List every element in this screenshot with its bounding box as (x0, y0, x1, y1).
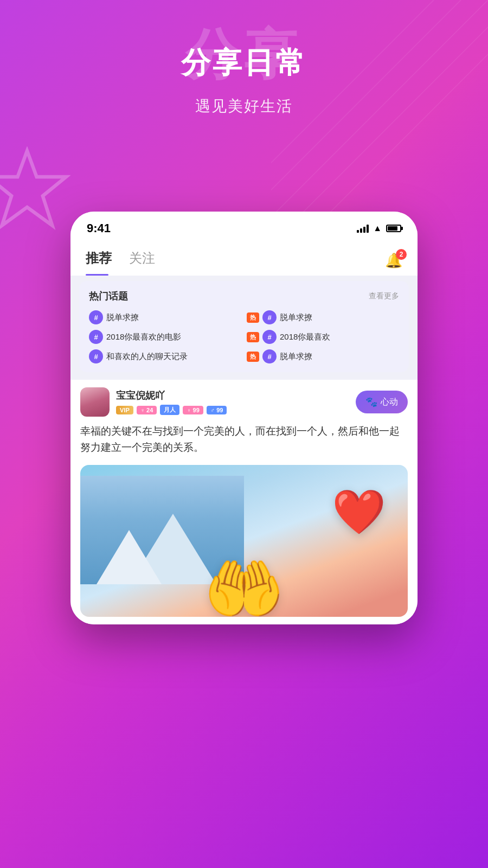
heart-btn-label: 心动 (381, 397, 398, 408)
hero-main-title: 分享日常 (0, 43, 488, 83)
topic-item[interactable]: # 脱单求撩 (89, 310, 241, 324)
hot-topics-section: 热门话题 查看更多 # 脱单求撩 热 # 脱单求撩 # 2018你最喜欢的电影 … (79, 281, 409, 372)
hot-topics-title: 热门话题 (89, 290, 128, 303)
hashtag-icon: # (262, 330, 277, 344)
status-time: 9:41 (87, 221, 111, 235)
topic-item[interactable]: 热 # 2018你最喜欢 (247, 330, 399, 344)
user-badges: VIP ♀ 24 月人 ♀ 99 ♂ 99 (116, 405, 356, 415)
post-header: 宝宝倪妮吖 VIP ♀ 24 月人 ♀ 99 ♂ 99 🐾 心动 (80, 387, 408, 417)
status-icons: ▲ (357, 224, 401, 233)
battery-icon (386, 225, 401, 232)
hot-badge: 热 (247, 332, 259, 342)
svg-marker-5 (0, 151, 66, 226)
female-badge: ♀ 24 (137, 406, 157, 414)
avatar (80, 387, 110, 417)
tab-following[interactable]: 关注 (129, 250, 155, 271)
tab-bar: 推荐 关注 🔔 2 (70, 241, 418, 276)
topic-item[interactable]: # 2018你最喜欢的电影 (89, 330, 241, 344)
hot-badge: 热 (247, 352, 259, 362)
mountain-peak-small (97, 530, 162, 584)
hot-badge: 热 (247, 312, 259, 323)
bg-star-decoration (0, 146, 70, 233)
heart-button[interactable]: 🐾 心动 (356, 391, 408, 413)
hashtag-icon: # (262, 310, 277, 324)
topics-grid: # 脱单求撩 热 # 脱单求撩 # 2018你最喜欢的电影 热 # 2018你最… (89, 310, 399, 363)
notification-badge: 2 (396, 249, 407, 260)
post-image: ❤️ 🤲 (80, 465, 408, 617)
topic-text: 脱单求撩 (280, 312, 399, 323)
hot-topics-header: 热门话题 查看更多 (89, 290, 399, 303)
hand-emoji: 🤲 (203, 551, 285, 617)
status-bar: 9:41 ▲ (70, 212, 418, 241)
topic-item[interactable]: # 和喜欢的人的聊天记录 (89, 349, 241, 363)
wifi-icon: ▲ (373, 224, 382, 233)
topic-text: 和喜欢的人的聊天记录 (106, 352, 241, 362)
topic-text: 脱单求撩 (106, 312, 241, 323)
topic-item[interactable]: 热 # 脱单求撩 (247, 349, 399, 363)
hero-subtitle: 遇见美好生活 (0, 96, 488, 117)
hashtag-icon: # (89, 349, 103, 363)
heart-emoji: ❤️ (332, 487, 386, 538)
hashtag-icon: # (89, 310, 103, 324)
verified-badge: 月人 (160, 405, 179, 415)
hero-section: 分享 分享日常 遇见美好生活 (0, 33, 488, 117)
hot-topics-more-link[interactable]: 查看更多 (369, 291, 399, 301)
post-body-text: 幸福的关键不在与找到一个完美的人，而在找到一个人，然后和他一起努力建立一个完美的… (80, 423, 408, 456)
m99-badge: ♂ 99 (207, 406, 227, 414)
vip-badge: VIP (116, 406, 133, 414)
topic-text: 2018你最喜欢的电影 (106, 332, 241, 342)
topic-text: 脱单求撩 (280, 352, 399, 362)
username: 宝宝倪妮吖 (116, 389, 356, 402)
post-card: 宝宝倪妮吖 VIP ♀ 24 月人 ♀ 99 ♂ 99 🐾 心动 幸福的关键不在… (70, 380, 418, 624)
tab-recommended[interactable]: 推荐 (86, 250, 112, 271)
f99-badge: ♀ 99 (183, 406, 203, 414)
heart-icon: 🐾 (365, 396, 377, 408)
phone-mockup: 9:41 ▲ 推荐 关注 🔔 2 热门话题 查看更多 (70, 212, 418, 624)
user-info: 宝宝倪妮吖 VIP ♀ 24 月人 ♀ 99 ♂ 99 (116, 389, 356, 415)
topic-text: 2018你最喜欢 (280, 332, 399, 342)
tab-active-indicator (86, 274, 108, 276)
notification-bell[interactable]: 🔔 2 (385, 252, 402, 269)
signal-icon (357, 224, 369, 233)
topic-item[interactable]: 热 # 脱单求撩 (247, 310, 399, 324)
hashtag-icon: # (262, 349, 277, 363)
hashtag-icon: # (89, 330, 103, 344)
